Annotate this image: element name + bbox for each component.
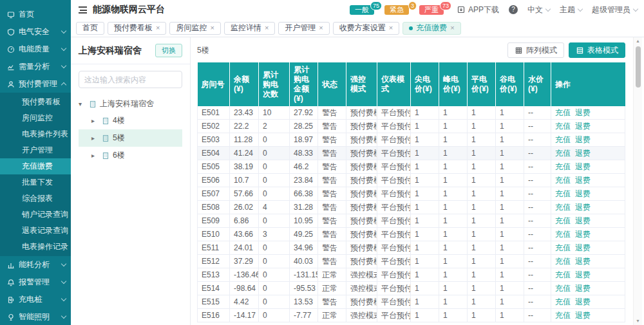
tab-收费方案设置[interactable]: 收费方案设置× bbox=[333, 22, 399, 35]
refund-link[interactable]: 退费 bbox=[575, 135, 591, 144]
close-tab-icon[interactable]: × bbox=[389, 24, 393, 32]
recharge-link[interactable]: 充值 bbox=[555, 176, 571, 185]
cell: 1 bbox=[411, 187, 439, 201]
close-tab-icon[interactable]: × bbox=[210, 24, 214, 32]
sidebar-subitem-退表记录查询[interactable]: 退表记录查询 bbox=[0, 223, 71, 239]
tab-房间监控[interactable]: 房间监控× bbox=[169, 22, 220, 35]
theme-dropdown[interactable]: 主题 bbox=[560, 5, 582, 15]
cell: -- bbox=[524, 133, 551, 147]
tab-开户管理[interactable]: 开户管理× bbox=[278, 22, 329, 35]
recharge-link[interactable]: 充值 bbox=[555, 149, 571, 158]
recharge-link[interactable]: 充值 bbox=[555, 189, 571, 198]
refund-link[interactable]: 退费 bbox=[575, 149, 591, 158]
refund-link[interactable]: 退费 bbox=[575, 243, 591, 252]
switch-button[interactable]: 切换 bbox=[155, 44, 182, 57]
caret-right-icon: ▸ bbox=[91, 135, 98, 142]
app-download-button[interactable]: APP下载 bbox=[457, 5, 499, 15]
tab-监控详情[interactable]: 监控详情× bbox=[224, 22, 275, 35]
recharge-link[interactable]: 充值 bbox=[555, 135, 571, 144]
recharge-link[interactable]: 充值 bbox=[555, 230, 571, 239]
tree-node-5楼[interactable]: ▸5楼 bbox=[79, 129, 182, 147]
chevron-down-icon bbox=[61, 28, 66, 33]
refund-link[interactable]: 退费 bbox=[575, 122, 591, 131]
recharge-link[interactable]: 充值 bbox=[555, 257, 571, 266]
recharge-link[interactable]: 充值 bbox=[555, 216, 571, 225]
sidebar-item-电能质量[interactable]: 电能质量 bbox=[0, 41, 71, 58]
sidebar-item-需量分析[interactable]: 需量分析 bbox=[0, 58, 71, 75]
recharge-link[interactable]: 充值 bbox=[555, 243, 571, 252]
sidebar-item-首页[interactable]: 首页 bbox=[0, 6, 71, 23]
close-tab-icon[interactable]: × bbox=[319, 24, 323, 32]
sidebar-subitem-房间监控[interactable]: 房间监控 bbox=[0, 110, 71, 126]
recharge-link[interactable]: 充值 bbox=[555, 203, 571, 212]
cell: 1 bbox=[439, 255, 468, 268]
sidebar-item-能耗分析[interactable]: 能耗分析 bbox=[0, 256, 71, 274]
scrollbar-thumb[interactable] bbox=[636, 46, 641, 88]
alarm-badge-一般[interactable]: 一般75 bbox=[350, 5, 374, 15]
tree-node-6楼[interactable]: ▸6楼 bbox=[79, 147, 182, 164]
sidebar-subitem-充值缴费[interactable]: 充值缴费 bbox=[0, 158, 71, 174]
menu-collapse-icon[interactable] bbox=[79, 6, 87, 14]
tab-首页[interactable]: 首页 bbox=[76, 22, 104, 35]
sidebar-subitem-电表操作列表[interactable]: 电表操作列表 bbox=[0, 126, 71, 142]
close-tab-icon[interactable]: × bbox=[450, 24, 454, 32]
recharge-link[interactable]: 充值 bbox=[555, 311, 571, 320]
chevron-up-icon bbox=[61, 82, 66, 88]
sidebar-subitem-开户管理[interactable]: 开户管理 bbox=[0, 142, 71, 158]
recharge-link[interactable]: 充值 bbox=[555, 162, 571, 171]
alarm-badge-严重[interactable]: 严重73 bbox=[419, 5, 444, 15]
refund-link[interactable]: 退费 bbox=[575, 230, 591, 239]
refund-link[interactable]: 退费 bbox=[575, 189, 591, 198]
sidebar-subitem-销户记录查询[interactable]: 销户记录查询 bbox=[0, 207, 71, 223]
cell: 1 bbox=[468, 120, 496, 133]
recharge-link[interactable]: 充值 bbox=[555, 122, 571, 131]
cell: 平台预付费 bbox=[377, 228, 411, 241]
caret-right-icon: ▸ bbox=[91, 117, 98, 124]
scroll-down-icon[interactable]: ▼ bbox=[634, 317, 642, 325]
recharge-link[interactable]: 充值 bbox=[555, 270, 571, 279]
refund-link[interactable]: 退费 bbox=[575, 257, 591, 266]
refund-link[interactable]: 退费 bbox=[575, 216, 591, 225]
cell: -- bbox=[524, 174, 551, 187]
alarm-badge-紧急[interactable]: 紧急3 bbox=[384, 5, 409, 15]
sidebar-subitem-预付费看板[interactable]: 预付费看板 bbox=[0, 94, 71, 110]
recharge-link[interactable]: 充值 bbox=[555, 284, 571, 293]
help-icon[interactable]: ? bbox=[509, 5, 518, 14]
vertical-scrollbar[interactable]: ▲ ▼ bbox=[633, 37, 642, 325]
cell: 1 bbox=[468, 255, 496, 268]
sidebar-item-智能照明[interactable]: 智能照明 bbox=[0, 308, 71, 325]
refund-link[interactable]: 退费 bbox=[575, 162, 591, 171]
tab-充值缴费[interactable]: 充值缴费× bbox=[402, 22, 460, 35]
sidebar-item-电气安全[interactable]: 电气安全 bbox=[0, 23, 71, 41]
recharge-link[interactable]: 充值 bbox=[555, 108, 571, 117]
chevron-down-icon bbox=[61, 46, 66, 51]
sidebar-subitem-批量下发[interactable]: 批量下发 bbox=[0, 174, 71, 190]
user-dropdown[interactable]: 超级管理员 bbox=[592, 5, 638, 15]
refund-link[interactable]: 退费 bbox=[575, 311, 591, 320]
building-icon bbox=[88, 100, 97, 108]
refund-link[interactable]: 退费 bbox=[575, 108, 591, 117]
阵列模式-button[interactable]: 阵列模式 bbox=[507, 42, 564, 58]
cell: 0 bbox=[259, 160, 290, 174]
refund-link[interactable]: 退费 bbox=[575, 176, 591, 185]
refund-link[interactable]: 退费 bbox=[575, 203, 591, 212]
cell: 预付费模式 bbox=[346, 120, 377, 133]
refund-link[interactable]: 退费 bbox=[575, 284, 591, 293]
sidebar-subitem-电表操作记录[interactable]: 电表操作记录 bbox=[0, 239, 71, 255]
sidebar-item-预付费管理[interactable]: 预付费管理 bbox=[0, 75, 71, 93]
tree-search-input[interactable] bbox=[79, 71, 182, 88]
sidebar-item-报警管理[interactable]: 报警管理 bbox=[0, 274, 71, 291]
recharge-link[interactable]: 充值 bbox=[555, 297, 571, 306]
tab-预付费看板[interactable]: 预付费看板× bbox=[108, 22, 166, 35]
tree-node-4楼[interactable]: ▸4楼 bbox=[79, 112, 182, 129]
sidebar-subitem-综合报表[interactable]: 综合报表 bbox=[0, 190, 71, 207]
close-tab-icon[interactable]: × bbox=[265, 24, 269, 32]
tree-root-node[interactable]: ▾上海安科瑞宿舍 bbox=[79, 96, 182, 112]
表格模式-button[interactable]: 表格模式 bbox=[569, 42, 625, 58]
scroll-up-icon[interactable]: ▲ bbox=[634, 37, 642, 45]
language-dropdown[interactable]: 中文 bbox=[527, 5, 550, 15]
sidebar-item-充电桩[interactable]: 充电桩 bbox=[0, 291, 71, 308]
refund-link[interactable]: 退费 bbox=[575, 270, 591, 279]
refund-link[interactable]: 退费 bbox=[575, 297, 591, 306]
close-tab-icon[interactable]: × bbox=[156, 24, 160, 32]
